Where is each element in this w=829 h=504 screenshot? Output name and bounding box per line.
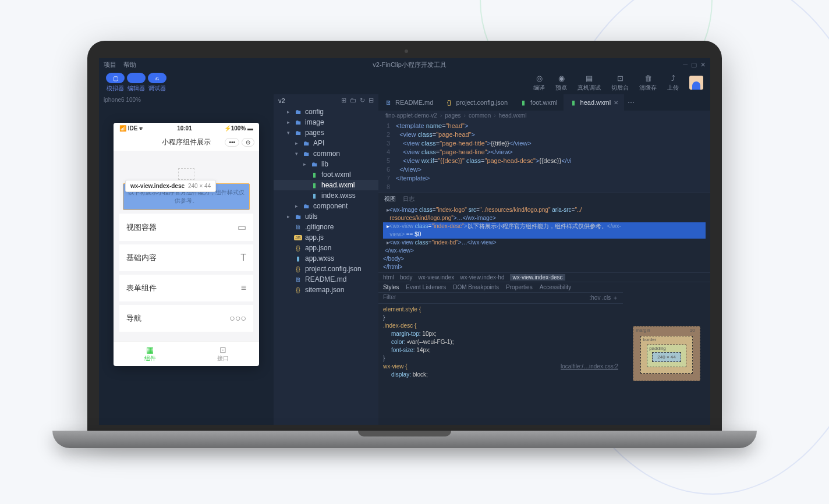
styles-filter-input[interactable]: Filter (383, 294, 396, 302)
editor-tab[interactable]: ▮ foot.wxml (513, 94, 563, 111)
menu-project[interactable]: 项目 (104, 61, 116, 69)
styles-tab[interactable]: Accessibility (540, 284, 571, 290)
editor-tab[interactable]: ▮ head.wxml✕ (564, 94, 625, 111)
file-icon: JS (294, 235, 302, 240)
breadcrumb-item[interactable]: pages (445, 112, 460, 119)
真机调试-icon: ▤ (586, 74, 593, 83)
list-item[interactable]: 视图容器▭ (119, 214, 253, 241)
tree-row[interactable]: ▮ head.wxml (274, 180, 378, 190)
mode-button[interactable]: ⎌ 调试器 (148, 73, 166, 93)
inspector-tooltip: wx-view.index-desc240 × 44 (125, 180, 216, 192)
code-editor[interactable]: 1<template name="head">2 <view class="pa… (378, 120, 710, 193)
window-minimize-icon[interactable]: ─ (683, 61, 688, 69)
window-close-icon[interactable]: ✕ (700, 61, 706, 69)
tree-row[interactable]: ▸ 🖿 lib (274, 159, 378, 169)
file-icon: 🗎 (294, 223, 302, 230)
tree-row[interactable]: {} app.json (274, 243, 378, 253)
phone-status-time: 10:01 (177, 125, 192, 132)
phone-close-icon[interactable]: ⊙ (242, 138, 254, 147)
breadcrumb-item[interactable]: head.wxml (499, 112, 527, 119)
tree-row[interactable]: 🗎 .gitignore (274, 222, 378, 232)
styles-tab[interactable]: Properties (506, 284, 533, 290)
phone-tab[interactable]: ▦组件 (114, 342, 186, 366)
tree-row[interactable]: JS app.js (274, 232, 378, 243)
file-icon: 🖿 (302, 140, 310, 147)
tree-row[interactable]: ▸ 🖿 config (274, 107, 378, 117)
tree-row[interactable]: ▸ 🖿 image (274, 117, 378, 127)
dom-tree[interactable]: ▸<wx-image class="index-logo" src="../re… (378, 205, 710, 272)
tree-row[interactable]: ▸ 🖿 API (274, 138, 378, 148)
laptop-frame: 项目 帮助 v2-FinClip小程序开发工具 ─ ▢ ✕ ▢ 模拟器 编辑器 (87, 41, 722, 448)
tree-row[interactable]: {} sitemap.json (274, 285, 378, 295)
window-maximize-icon[interactable]: ▢ (691, 61, 697, 69)
mode-button[interactable]: 编辑器 (127, 73, 146, 93)
list-item[interactable]: 表单组件≡ (119, 275, 253, 301)
toolbar-action[interactable]: ⊡ 切后台 (611, 74, 629, 92)
window-title: v2-FinClip小程序开发工具 (373, 61, 447, 69)
editor-tab[interactable]: {} project.config.json (439, 94, 513, 111)
devtools-tab-view[interactable]: 视图 (384, 195, 396, 203)
list-item[interactable]: 基础内容T (119, 244, 253, 271)
tree-row[interactable]: ▮ app.wxss (274, 253, 378, 264)
toolbar-action[interactable]: ◎ 编译 (533, 74, 545, 92)
dom-crumb[interactable]: wx-view.index-desc (510, 274, 565, 281)
phone-app-title: 小程序组件展示 (162, 137, 211, 147)
collapse-icon[interactable]: ⊟ (369, 97, 374, 104)
css-rules[interactable]: element.style {}.index-desc {</span></di… (378, 304, 623, 381)
twisty-icon: ▸ (293, 140, 299, 146)
tab-overflow-icon[interactable]: ⋯ (624, 98, 638, 107)
box-model-diagram: 10 240 × 44 (623, 282, 710, 425)
simulator-device-label: iphone6 100% (99, 94, 274, 105)
tree-row[interactable]: ▮ index.wxss (274, 190, 378, 201)
styles-filter-actions[interactable]: :hov .cls ＋ (590, 294, 618, 302)
tree-row[interactable]: ▾ 🖿 pages (274, 127, 378, 138)
toolbar-action[interactable]: 🗑 清缓存 (639, 74, 657, 92)
mode-button[interactable]: ▢ 模拟器 (106, 73, 125, 93)
laptop-base (52, 431, 757, 448)
editor-tab-strip: 🗎 README.md {} project.config.json ▮ foo… (378, 94, 710, 111)
refresh-icon[interactable]: ↻ (360, 97, 365, 104)
phone-tab[interactable]: ⊡接口 (186, 342, 259, 366)
tree-root-label[interactable]: v2 (278, 97, 285, 104)
dom-crumb[interactable]: html (383, 274, 394, 281)
menu-help[interactable]: 帮助 (123, 61, 136, 69)
devtools-panel: 视图 日志 ▸<wx-image class="index-logo" src=… (378, 193, 710, 425)
breadcrumb-item[interactable]: fino-applet-demo-v2 (385, 112, 437, 119)
devtools-tab-log[interactable]: 日志 (403, 195, 414, 203)
file-icon: 🗎 (294, 276, 302, 283)
dom-crumb[interactable]: wx-view.index-hd (460, 274, 504, 281)
close-tab-icon[interactable]: ✕ (614, 100, 618, 106)
new-file-icon[interactable]: ⊞ (341, 97, 346, 104)
twisty-icon: ▾ (293, 151, 299, 157)
tree-row[interactable]: {} project.config.json (274, 264, 378, 274)
editor-tab[interactable]: 🗎 README.md (378, 94, 439, 111)
phone-logo-placeholder (178, 168, 194, 180)
tree-row[interactable]: ▸ 🖿 utils (274, 211, 378, 222)
tree-row[interactable]: ▾ 🖿 common (274, 148, 378, 159)
styles-tab[interactable]: DOM Breakpoints (453, 284, 499, 290)
list-item[interactable]: 导航○○○ (119, 305, 253, 332)
styles-tab[interactable]: Styles (383, 284, 399, 290)
avatar[interactable] (689, 76, 703, 90)
tree-row[interactable]: ▸ 🖿 component (274, 201, 378, 211)
toolbar-action[interactable]: ▤ 真机调试 (578, 74, 601, 92)
breadcrumb: fino-applet-demo-v2›pages›common›head.wx… (378, 111, 710, 120)
toolbar-action[interactable]: ⤴ 上传 (667, 74, 679, 92)
twisty-icon: ▸ (302, 161, 307, 167)
toolbar-action[interactable]: ◉ 预览 (555, 74, 567, 92)
breadcrumb-item[interactable]: common (469, 112, 491, 119)
twisty-icon: ▾ (285, 130, 291, 136)
twisty-icon: ▸ (285, 214, 291, 219)
dom-breadcrumb[interactable]: htmlbodywx-view.indexwx-view.index-hdwx-… (378, 272, 710, 282)
twisty-icon: ▸ (285, 109, 291, 115)
phone-more-icon[interactable]: ••• (225, 138, 239, 147)
simulator-panel: iphone6 100% 📶 IDE ᯤ 10:01 ⚡100% ▬ 小程序组件… (99, 94, 274, 425)
dom-crumb[interactable]: body (400, 274, 413, 281)
file-icon: 🖿 (294, 129, 302, 136)
dom-crumb[interactable]: wx-view.index (419, 274, 455, 281)
styles-tab[interactable]: Event Listeners (406, 284, 446, 290)
new-folder-icon[interactable]: 🗀 (350, 97, 356, 104)
tree-row[interactable]: ▮ foot.wxml (274, 169, 378, 180)
tree-row[interactable]: 🗎 README.md (274, 274, 378, 285)
editor-panel: 🗎 README.md {} project.config.json ▮ foo… (378, 94, 710, 425)
